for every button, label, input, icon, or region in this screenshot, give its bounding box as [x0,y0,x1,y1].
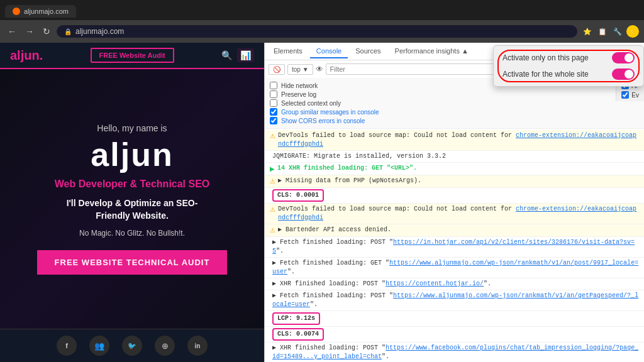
toggle-thumb-1 [625,53,633,62]
console-text: CLS: 0.0001 [272,189,639,202]
cls-highlight-1: CLS: 0.0001 [272,189,324,202]
popup-row-1: Activate only on this page [502,52,635,63]
toggle-site[interactable] [612,69,635,80]
eye-button[interactable]: 👁 [316,65,323,74]
fb-link-1[interactable]: https://www.facebook.com/plugins/chat/ta… [272,344,638,360]
website-panel: aljun. FREE Website Audit 🔍 📊 Hello, my … [0,43,264,362]
cls-highlight-2: CLS: 0.0074 [272,328,324,341]
checkbox-hide-network[interactable] [270,82,277,89]
console-line: JQMIGRATE: Migrate is installed, version… [265,151,644,163]
console-line: ▶ XHR finished loading: POST "https://ww… [265,343,644,362]
nav-icon-active[interactable]: ⚡ [626,25,639,38]
ext-checkbox-4[interactable] [621,91,629,99]
warn-icon: ⚠ [270,206,275,214]
warn-icon: ⚠ [270,177,275,186]
label-group-similar: Group similar messages in console [281,109,379,116]
console-line: ⚠ DevTools failed to load source map: Co… [265,204,644,224]
console-text: LCP: 9.12s [272,312,639,325]
tab-sources[interactable]: Sources [349,45,387,58]
nav-icon-1[interactable]: ⭐ [581,25,594,38]
tagline: Web Developer & Technical SEO [37,178,228,190]
clear-button[interactable]: 🚫 [269,64,285,75]
back-button[interactable]: ← [5,25,19,38]
chart-icon[interactable]: 📊 [237,48,254,62]
extension-popup: Activate only on this page Activate for … [493,45,644,87]
tab-performance[interactable]: Performance insights ▲ [389,45,475,58]
console-line: ▶ XHR finished loading: POST "https://co… [265,278,644,290]
ext-item-4: Ev [621,91,639,99]
warn-icon: ⚠ [270,226,275,235]
checkbox-preserve-log[interactable] [270,90,277,98]
checkbox-selected-context[interactable] [270,99,277,107]
main-audit-button[interactable]: FREE WEBSITE TECHNICAL AUDIT [37,250,228,275]
label-cors-errors: Show CORS errors in console [281,118,365,124]
console-text: ▶ Missing data from PHP (wpNotesArgs). [278,177,639,185]
console-text: ▶ Fetch finished loading: POST "https://… [272,292,639,309]
checkbox-group-similar[interactable] [270,108,277,116]
pagespeed-link[interactable]: https://www.aljunmajo.com/wp-json/rankma… [272,292,638,308]
url-text: aljunmajo.com [75,27,124,36]
opt-row-group-similar: Group similar messages in console [270,108,639,116]
favicon [13,8,20,15]
tab-label: aljunmajo.com [24,8,69,15]
ext-label-4: Ev [631,92,639,99]
console-line-cls2: CLS: 0.0074 [265,327,644,343]
checkbox-cors-errors[interactable] [270,117,277,124]
devtools-panel: Activate only on this page Activate for … [264,43,644,362]
console-line: ⚠ ▶ Bartender API access denied. [265,224,644,237]
console-line: ▶ Fetch finished loading: POST "https://… [265,237,644,258]
console-text: ▶ Fetch finished loading: GET "https://w… [272,259,639,277]
facebook-icon[interactable]: f [57,336,77,356]
label-hide-network: Hide network [281,82,318,89]
toggle-page[interactable] [612,52,635,63]
community-icon[interactable]: 👥 [89,336,109,356]
console-text: ▶ Fetch finished loading: POST "https://… [272,238,639,256]
console-output[interactable]: ⚠ DevTools failed to load source map: Co… [265,129,644,362]
console-line-cls1: CLS: 0.0001 [265,188,644,204]
console-link[interactable]: chrome-extension://eakacoaijcoapndcfffdg… [278,206,636,221]
description: I'll Develop & Optimize an SEO-Friendly … [37,197,228,222]
site-header: aljun. FREE Website Audit 🔍 📊 [0,43,264,69]
top-selector[interactable]: top ▼ [287,64,313,75]
main-area: aljun. FREE Website Audit 🔍 📊 Hello, my … [0,43,644,362]
site-logo: aljun. [10,48,43,63]
console-text: ▶ Bartender API access denied. [278,226,639,234]
browser-tab[interactable]: aljunmajo.com [5,5,76,18]
browser-chrome: aljunmajo.com ← → ↻ 🔒 aljunmajo.com ⭐ 📋 … [0,0,644,43]
nav-bar: ← → ↻ 🔒 aljunmajo.com ⭐ 📋 🔧 ⚡ [0,20,644,43]
github-icon[interactable]: ⊕ [155,336,175,356]
forward-button[interactable]: → [23,25,36,38]
console-link[interactable]: chrome-extension://eakacoaijcoapndcfffdg… [278,132,636,148]
label-preserve-log: Preserve log [281,91,316,98]
console-text: ▶ XHR finished loading: POST "https://ww… [272,344,639,361]
search-icon[interactable]: 🔍 [221,50,232,60]
opt-row-selected-context: Selected context only [270,99,639,107]
site-name: aljun [37,136,228,173]
warn-icon: ⚠ [270,132,275,141]
console-line-lcp: LCP: 9.12s [265,311,644,327]
console-text: DevTools failed to load source map: Coul… [278,131,639,149]
address-bar[interactable]: 🔒 aljunmajo.com [57,25,577,38]
tab-console[interactable]: Console [310,45,348,58]
hotjar2-link[interactable]: https://content.hotjar.io/ [386,280,484,287]
tab-elements[interactable]: Elements [267,45,309,58]
console-text: 14 XHR finished loading: GET "<URL>". [277,164,639,173]
reload-button[interactable]: ↻ [40,25,53,38]
subtext: No Magic. No Glitz. No Bullsh!t. [37,229,228,238]
header-audit-button[interactable]: FREE Website Audit [91,48,174,63]
console-text: DevTools failed to load source map: Coul… [278,205,639,222]
rankmath-link[interactable]: https://www.aljunmajo.com/wp-json/rankma… [272,260,638,275]
console-text: CLS: 0.0074 [272,328,639,341]
hotjar-link[interactable]: https://in.hotjar.com/api/v2/client/site… [272,239,635,255]
hello-text: Hello, my name is [37,123,228,133]
console-line: ⚠ DevTools failed to load source map: Co… [265,130,644,151]
twitter-icon[interactable]: 🐦 [122,336,142,356]
header-icons: 🔍 📊 [221,48,254,62]
tab-bar: aljunmajo.com [0,0,644,20]
toggle-thumb-2 [625,70,633,79]
nav-icon-2[interactable]: 📋 [596,25,609,38]
label-selected-context: Selected context only [281,100,341,107]
nav-icon-3[interactable]: 🔧 [611,25,624,38]
site-footer: f 👥 🐦 ⊕ in [0,329,264,362]
linkedin-icon[interactable]: in [187,336,208,356]
